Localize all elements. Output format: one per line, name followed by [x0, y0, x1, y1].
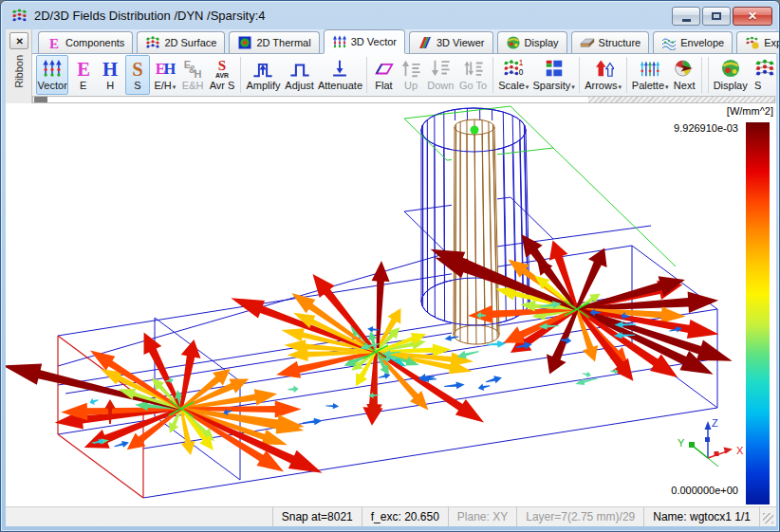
e-letter-icon [73, 58, 94, 79]
app-mesh-icon [11, 8, 28, 24]
sparsity-button[interactable]: Sparsity [532, 55, 575, 95]
avr-s-button[interactable]: Avr S [208, 55, 237, 95]
next-palette-icon [674, 58, 695, 79]
tab-label: Structure [599, 37, 641, 48]
tab-components[interactable]: Components [38, 31, 133, 53]
tab-bar: Components 2D Surface 2D Thermal 3D Vect… [32, 29, 776, 53]
ribbon-scrollbar[interactable] [32, 96, 775, 103]
status-layer: Layer=7(2.75 mm)/29 [516, 507, 643, 526]
vector-button[interactable]: Vector [36, 55, 68, 95]
flat-plane-icon [374, 58, 395, 79]
up-button[interactable]: Up [399, 55, 424, 95]
h-letter-icon [100, 58, 121, 79]
svg-text:Y: Y [678, 437, 685, 449]
down-arrow-icon [430, 58, 451, 79]
palette-button[interactable]: Palette [631, 55, 670, 95]
display-globe-icon [506, 35, 521, 50]
tab-label: Envelope [680, 37, 724, 48]
svg-text:X: X [736, 445, 744, 456]
s-letter-icon [127, 58, 148, 79]
display-button[interactable]: Display [712, 55, 749, 95]
3d-viewport[interactable]: ZXY [W/mm^2] 9.926910e-03 0.000000e+00 [6, 103, 776, 506]
toolbar-separator [701, 57, 702, 93]
down-button[interactable]: Down [425, 55, 455, 95]
grip-dots-icon [763, 513, 773, 523]
tab-label: Display [525, 37, 559, 48]
toolbar-separator [626, 57, 627, 93]
go-to-icon [463, 58, 484, 79]
amplify-button[interactable]: Amplify [245, 55, 282, 95]
display-globe-icon [720, 58, 741, 79]
tab-label: 3D Viewer [436, 37, 485, 48]
eh-ratio-button[interactable]: E/H [152, 55, 177, 95]
maximize-icon [712, 12, 721, 20]
arrows-icon [593, 58, 614, 79]
tab-display[interactable]: Display [497, 31, 567, 53]
s-field-button[interactable]: S [125, 55, 151, 95]
close-icon: ✕ [748, 10, 757, 22]
eh-letters-icon [155, 58, 176, 79]
ribbon-scrollbar-thumb[interactable] [34, 97, 47, 102]
tab-3d-viewer[interactable]: 3D Viewer [409, 31, 493, 53]
e-field-button[interactable]: E [70, 55, 96, 95]
avr-s-icon [212, 58, 232, 79]
h-field-button[interactable]: H [98, 55, 123, 95]
ribbon-close-button[interactable]: ✕ [9, 32, 28, 49]
field-scene: ZXY [6, 103, 776, 506]
tab-2d-thermal[interactable]: 2D Thermal [229, 31, 319, 53]
e-and-h-button[interactable]: E&H [180, 55, 206, 95]
minimize-button[interactable] [672, 7, 700, 26]
arrows-button[interactable]: Arrows [584, 55, 622, 95]
maximize-button[interactable] [702, 7, 731, 26]
toolbar-separator [240, 57, 241, 93]
minimize-icon [682, 19, 691, 22]
colorbar-min-label: 0.000000e+00 [671, 485, 738, 496]
flat-button[interactable]: Flat [371, 55, 397, 95]
toolbar-separator [708, 57, 709, 93]
tab-label: 2D Surface [164, 37, 216, 48]
close-button[interactable]: ✕ [733, 7, 772, 26]
tab-3d-vector[interactable]: 3D Vector [324, 29, 405, 53]
adjust-button[interactable]: Adjust [284, 55, 316, 95]
export-icon [745, 35, 760, 50]
svg-text:Z: Z [712, 417, 718, 429]
tab-label: Components [65, 37, 124, 48]
tab-label: 2D Thermal [256, 37, 310, 48]
window-controls: ✕ [672, 7, 772, 26]
e-field-icon [46, 35, 62, 50]
resize-grip[interactable] [759, 507, 776, 526]
window-title: 2D/3D Fields Distribution /DYN /Sparsity… [34, 9, 265, 23]
toolbar-separator [579, 57, 580, 93]
tab-label: Export [764, 37, 780, 48]
next-button[interactable]: Next [672, 55, 697, 95]
app-window: 2D/3D Fields Distribution /DYN /Sparsity… [0, 0, 780, 532]
tab-structure[interactable]: Structure [571, 31, 650, 53]
mesh-icon [754, 58, 775, 79]
ribbon-toolbar: Vector E H S E/H E&H Avr S Amplify Adjus… [32, 53, 776, 96]
ribbon-side-strip: ✕ Ribbon [6, 29, 32, 103]
colorbar [746, 122, 770, 504]
ribbon-chrome: ✕ Ribbon Components 2D Surface 2D Therma… [6, 29, 776, 103]
status-plane: Plane: XY [448, 507, 516, 526]
scale-button[interactable]: Scale [497, 55, 530, 95]
vector-field-icon [42, 58, 63, 79]
status-bar: Snap at=8021 f_exc: 20.650 Plane: XY Lay… [6, 506, 776, 526]
go-to-button[interactable]: Go To [457, 55, 489, 95]
up-arrow-icon [400, 58, 421, 79]
status-spacer [6, 507, 272, 526]
tab-label: 3D Vector [351, 36, 397, 47]
tab-2d-surface[interactable]: 2D Surface [137, 31, 225, 53]
status-fexc: f_exc: 20.650 [362, 507, 448, 526]
tab-export[interactable]: Export [736, 31, 780, 53]
vector-mesh-icon [332, 34, 347, 49]
clipped-button[interactable]: S [751, 55, 775, 95]
toolbar-separator [366, 57, 367, 93]
structure-slab-icon [580, 35, 595, 50]
attenuate-icon [329, 58, 350, 79]
tab-envelope[interactable]: Envelope [653, 31, 733, 53]
sparsity-blocks-icon [544, 58, 565, 79]
viewer-icon [418, 35, 433, 50]
attenuate-button[interactable]: Attenuate [318, 55, 363, 95]
scale-mesh-icon [503, 58, 524, 79]
title-bar[interactable]: 2D/3D Fields Distribution /DYN /Sparsity… [1, 1, 780, 29]
